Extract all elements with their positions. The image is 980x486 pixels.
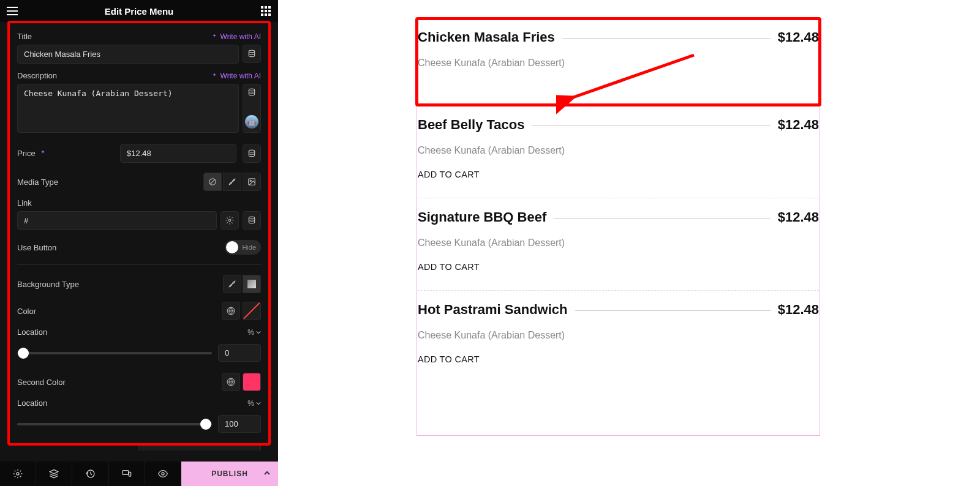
history-icon[interactable] (72, 462, 108, 486)
brush-icon[interactable] (223, 275, 241, 293)
svg-rect-17 (247, 280, 256, 288)
svg-rect-0 (261, 6, 263, 9)
description-label: Description (17, 71, 57, 80)
chevron-up-icon (263, 469, 271, 479)
svg-rect-8 (268, 13, 271, 16)
location-slider-2[interactable] (17, 423, 212, 425)
brush-icon[interactable] (223, 173, 241, 191)
menu-item-title: Hot Pastrami Sandwich (418, 302, 568, 318)
bottom-toolbar: PUBLISH (0, 462, 278, 486)
background-type-group (223, 275, 261, 293)
publish-label: PUBLISH (211, 469, 248, 478)
second-color-label: Second Color (17, 378, 66, 387)
svg-rect-7 (265, 13, 267, 16)
database-icon[interactable] (243, 211, 261, 230)
location-value-1[interactable] (218, 344, 261, 362)
sidebar-title: Edit Price Menu (20, 6, 258, 17)
add-to-cart-link[interactable]: ADD TO CART (418, 354, 819, 364)
location-value-2[interactable] (218, 415, 261, 433)
sparkle-icon[interactable] (39, 148, 47, 159)
menu-dots (562, 38, 771, 39)
none-icon[interactable] (203, 173, 222, 191)
type-label: Type (17, 449, 34, 450)
svg-point-23 (162, 473, 164, 475)
globe-icon[interactable] (222, 373, 240, 391)
menu-item-price: $12.48 (778, 117, 819, 133)
preview-canvas: Chicken Masala Fries $12.48 Cheese Kunaf… (278, 0, 980, 486)
globe-icon[interactable] (222, 302, 240, 320)
add-to-cart-link[interactable]: ADD TO CART (418, 170, 819, 179)
menu-item[interactable]: Hot Pastrami Sandwich $12.48 Cheese Kuna… (418, 291, 819, 383)
ai-link-label: Write with AI (221, 72, 261, 80)
svg-point-10 (249, 89, 254, 91)
divider (17, 264, 261, 265)
type-select[interactable] (138, 444, 261, 450)
svg-rect-21 (123, 471, 128, 475)
ai-link-label: Write with AI (221, 32, 261, 41)
gear-icon[interactable] (221, 211, 239, 230)
grid-icon[interactable] (258, 4, 273, 18)
media-type-group (203, 173, 261, 191)
title-input[interactable] (17, 45, 239, 64)
textarea-side-tools: 🤖 (243, 84, 261, 133)
database-icon[interactable] (243, 144, 261, 163)
menu-item-desc: Cheese Kunafa (Arabian Dessert) (418, 145, 819, 156)
unit-percent-2[interactable]: % (247, 399, 261, 408)
color-swatch-none[interactable] (243, 302, 261, 320)
svg-rect-2 (268, 6, 271, 9)
svg-point-16 (249, 217, 254, 219)
menu-item-desc: Cheese Kunafa (Arabian Dessert) (418, 237, 819, 249)
gradient-icon[interactable] (243, 275, 261, 293)
use-button-label: Use Button (17, 243, 56, 252)
add-to-cart-link[interactable]: ADD TO CART (418, 262, 819, 272)
price-input[interactable] (120, 144, 236, 163)
svg-rect-1 (265, 6, 267, 9)
panel-body: Title Write with AI Description Write wi… (11, 24, 267, 450)
eye-icon[interactable] (145, 462, 181, 486)
price-label: Price (17, 149, 36, 158)
description-input[interactable] (17, 84, 239, 133)
gear-icon[interactable] (0, 462, 36, 486)
svg-rect-22 (129, 472, 130, 476)
svg-point-11 (249, 150, 254, 152)
svg-rect-6 (261, 13, 263, 16)
write-with-ai-desc[interactable]: Write with AI (211, 72, 261, 80)
svg-point-9 (249, 50, 254, 53)
use-button-toggle[interactable]: Hide (225, 240, 261, 255)
location-label-2: Location (17, 398, 47, 408)
unit-percent[interactable]: % (247, 328, 261, 337)
image-icon[interactable] (243, 173, 261, 191)
link-input[interactable] (17, 211, 217, 230)
menu-item-price: $12.48 (778, 302, 819, 318)
svg-point-14 (250, 180, 251, 181)
svg-rect-4 (265, 10, 267, 12)
toggle-state-label: Hide (242, 244, 256, 251)
devices-icon[interactable] (109, 462, 145, 486)
color-swatch-pink[interactable] (243, 373, 261, 391)
price-menu-container: Chicken Masala Fries $12.48 Cheese Kunaf… (418, 18, 819, 383)
menu-item[interactable]: Beef Belly Tacos $12.48 Cheese Kunafa (A… (418, 106, 819, 198)
media-type-label: Media Type (17, 178, 58, 187)
menu-item-desc: Cheese Kunafa (Arabian Dessert) (418, 330, 819, 341)
menu-item-title: Beef Belly Tacos (418, 117, 524, 133)
location-label: Location (17, 327, 47, 337)
link-label: Link (17, 198, 32, 207)
svg-rect-5 (268, 10, 271, 12)
slider-knob[interactable] (200, 419, 211, 430)
menu-item[interactable]: Chicken Masala Fries $12.48 Cheese Kunaf… (418, 18, 819, 106)
database-icon[interactable] (243, 45, 261, 63)
slider-knob[interactable] (18, 348, 29, 359)
menu-item[interactable]: Signature BBQ Beef $12.48 Cheese Kunafa … (418, 198, 819, 291)
title-label: Title (17, 32, 32, 41)
publish-button[interactable]: PUBLISH (181, 462, 278, 486)
database-icon[interactable] (247, 88, 256, 99)
ai-avatar-icon[interactable]: 🤖 (245, 115, 258, 129)
hamburger-icon[interactable] (5, 4, 20, 18)
write-with-ai-title[interactable]: Write with AI (211, 32, 261, 41)
layers-icon[interactable] (36, 462, 72, 486)
location-slider-1[interactable] (17, 352, 212, 354)
menu-item-title: Chicken Masala Fries (418, 29, 555, 45)
menu-item-price: $12.48 (778, 29, 819, 45)
svg-point-15 (228, 219, 231, 222)
color-label: Color (17, 307, 36, 316)
